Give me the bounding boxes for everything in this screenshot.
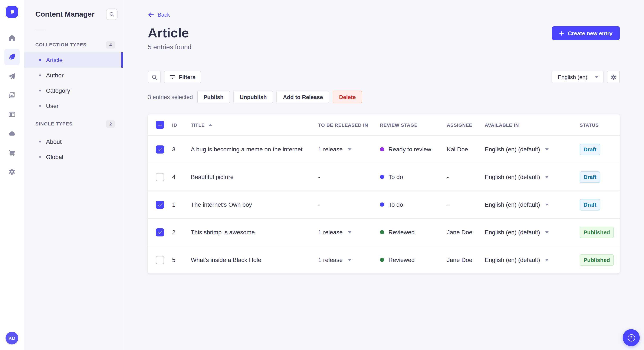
sidebar-item-label: About [46, 138, 62, 145]
chevron-down-icon [348, 148, 351, 150]
selection-bar: 3 entries selected Publish Unpublish Add… [148, 91, 620, 103]
sidebar-item-user[interactable]: User [24, 98, 123, 114]
column-header-assignee[interactable]: ASSIGNEE [447, 122, 485, 127]
row-available-in[interactable]: English (en) (default) [485, 146, 580, 153]
release-count: 1 release [318, 229, 343, 236]
column-header-status[interactable]: STATUS [580, 122, 620, 127]
table-row[interactable]: 1 The internet's Own boy - To do - Engli… [148, 190, 620, 218]
chevron-down-icon [545, 148, 548, 150]
question-mark-icon: ? [628, 334, 635, 341]
row-assignee: Kai Doe [447, 146, 485, 153]
collection-types-section-header: COLLECTION TYPES 4 [24, 39, 123, 50]
table-row[interactable]: 3 A bug is becoming a meme on the intern… [148, 135, 620, 163]
sidebar-item-article[interactable]: Article [24, 52, 123, 68]
bullet-icon [39, 156, 41, 158]
sidebar-item-global[interactable]: Global [24, 149, 123, 165]
column-header-review-stage[interactable]: REVIEW STAGE [380, 122, 447, 127]
layout-panel-icon[interactable] [4, 106, 20, 123]
review-stage-label: Reviewed [388, 256, 415, 263]
cloud-icon[interactable] [4, 126, 20, 142]
search-icon [151, 74, 158, 80]
available-in-label: English (en) (default) [485, 229, 540, 236]
row-release-cell: - [318, 174, 380, 180]
row-available-in[interactable]: English (en) (default) [485, 229, 580, 236]
sidebar-item-category[interactable]: Category [24, 83, 123, 98]
row-checkbox[interactable] [156, 173, 164, 181]
row-available-in[interactable]: English (en) (default) [485, 174, 580, 180]
filters-button[interactable]: Filters [164, 71, 201, 83]
row-checkbox[interactable] [156, 228, 164, 236]
help-button[interactable]: ? [623, 329, 640, 346]
shopping-cart-icon[interactable] [4, 145, 20, 161]
create-new-entry-label: Create new entry [568, 30, 612, 36]
row-title: A bug is becoming a meme on the internet [191, 146, 318, 153]
sidebar-title: Content Manager [35, 10, 94, 18]
column-header-available-in[interactable]: AVAILABLE IN [485, 122, 580, 127]
select-all-checkbox[interactable] [156, 121, 164, 129]
row-checkbox[interactable] [156, 200, 164, 209]
sidebar-item-label: Global [46, 154, 63, 160]
sidebar-item-about[interactable]: About [24, 134, 123, 149]
sort-ascending-icon [208, 124, 212, 126]
page-title: Article [148, 26, 189, 40]
chevron-down-icon [348, 259, 351, 261]
sidebar-search-button[interactable] [106, 8, 118, 20]
entries-table: ID TITLE TO BE RELEASED IN REVIEW STAGE … [148, 114, 620, 273]
table-row[interactable]: 5 What's inside a Black Hole 1 release R… [148, 246, 620, 273]
strapi-logo[interactable] [6, 6, 18, 18]
chevron-down-icon [545, 176, 548, 178]
row-release-cell[interactable]: 1 release [318, 256, 380, 263]
bullet-icon [39, 74, 41, 76]
collection-types-list: Article Author Category User [24, 52, 123, 114]
bullet-icon [39, 141, 41, 143]
row-review-stage: Reviewed [380, 229, 447, 236]
gear-icon[interactable] [4, 164, 20, 180]
entries-count-subtitle: 5 entries found [148, 43, 620, 51]
row-assignee: - [447, 174, 485, 180]
row-title: This shrimp is awesome [191, 229, 318, 236]
row-title: The internet's Own boy [191, 201, 318, 208]
feather-icon[interactable] [4, 49, 20, 65]
collection-types-label: COLLECTION TYPES [35, 42, 86, 47]
single-types-list: About Global [24, 134, 123, 165]
add-to-release-button[interactable]: Add to Release [277, 91, 330, 103]
publish-button[interactable]: Publish [197, 91, 230, 103]
sidebar-item-label: Category [46, 87, 70, 94]
chevron-down-icon [348, 231, 351, 233]
user-avatar[interactable]: KD [6, 332, 18, 345]
chevron-down-icon [595, 76, 598, 78]
release-count: - [318, 174, 320, 180]
pictures-icon[interactable] [4, 87, 20, 103]
create-new-entry-button[interactable]: Create new entry [552, 26, 620, 40]
view-settings-button[interactable] [607, 71, 620, 83]
table-row[interactable]: 2 This shrimp is awesome 1 release Revie… [148, 218, 620, 246]
row-checkbox[interactable] [156, 145, 164, 153]
sidebar-item-author[interactable]: Author [24, 68, 123, 83]
row-id: 3 [172, 146, 191, 153]
row-review-stage: Ready to review [380, 146, 447, 153]
back-link[interactable]: Back [148, 11, 170, 18]
column-header-to-be-released-in[interactable]: TO BE RELEASED IN [318, 122, 380, 127]
column-header-id[interactable]: ID [172, 122, 191, 127]
unpublish-button[interactable]: Unpublish [234, 91, 273, 103]
release-count: 1 release [318, 146, 343, 153]
available-in-label: English (en) (default) [485, 201, 540, 208]
delete-button[interactable]: Delete [333, 91, 362, 103]
home-icon[interactable] [4, 30, 20, 46]
row-checkbox[interactable] [156, 256, 164, 264]
row-available-in[interactable]: English (en) (default) [485, 256, 580, 263]
gear-icon [610, 74, 616, 80]
row-available-in[interactable]: English (en) (default) [485, 201, 580, 208]
sidebar-divider [35, 29, 46, 29]
paper-plane-icon[interactable] [4, 68, 20, 84]
review-stage-label: To do [388, 201, 403, 208]
row-release-cell[interactable]: 1 release [318, 229, 380, 236]
search-button[interactable] [148, 71, 160, 83]
locale-selected-value: English (en) [558, 74, 587, 80]
row-release-cell[interactable]: 1 release [318, 146, 380, 153]
row-id: 5 [172, 256, 191, 263]
column-header-title[interactable]: TITLE [191, 122, 318, 127]
table-row[interactable]: 4 Beautiful picture - To do - English (e… [148, 163, 620, 190]
locale-select[interactable]: English (en) [551, 71, 604, 83]
chevron-down-icon [545, 259, 548, 261]
